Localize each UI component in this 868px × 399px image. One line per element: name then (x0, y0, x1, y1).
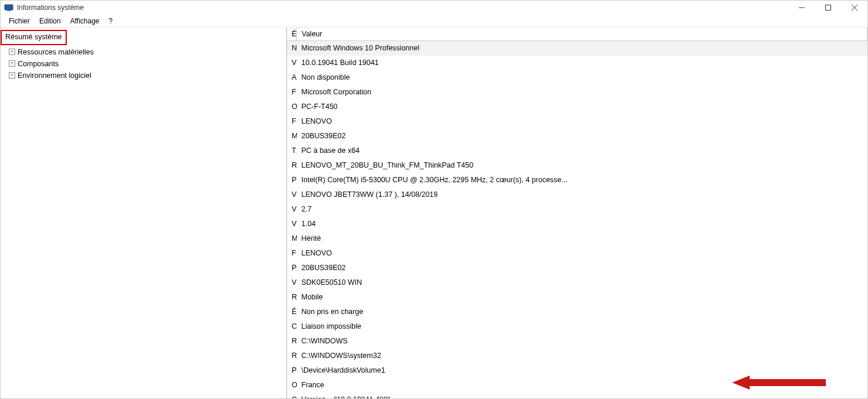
tree-node-hardware-resources[interactable]: + Ressources matérielles (9, 46, 286, 58)
cell-value: Intel(R) Core(TM) i5-5300U CPU @ 2.30GHz… (297, 173, 867, 187)
cell-element: État du démarrage sécurisé (287, 305, 297, 319)
tree-node-label: Environnement logiciel (18, 70, 91, 81)
cell-element: Type (287, 144, 297, 158)
plus-icon[interactable]: + (9, 49, 15, 55)
cell-element: Version de la carte de base (287, 275, 297, 290)
table-row[interactable]: Nom du système d'exploitationMicrosoft W… (287, 40, 867, 56)
table-row[interactable]: Fabricant du système d'exploit...Microso… (287, 85, 867, 100)
cell-value: \Device\HarddiskVolume1 (297, 363, 867, 378)
titlebar: Informations système (1, 1, 867, 15)
cell-value: LENOVO (297, 246, 867, 261)
tree-children: + Ressources matérielles + Composants + … (1, 46, 286, 81)
maximize-button[interactable] (815, 1, 841, 15)
details-scroll[interactable]: Élément Valeur Nom du système d'exploita… (287, 28, 867, 398)
cell-element: Option régionale (287, 378, 297, 393)
table-row[interactable]: Référence (SKU) du systèmeLENOVO_MT_20BU… (287, 158, 867, 173)
cell-value: LENOVO (297, 114, 867, 129)
content-area: Résumé système + Ressources matérielles … (1, 28, 867, 398)
cell-value: C:\WINDOWS\system32 (297, 349, 867, 363)
cell-value: Liaison impossible (297, 319, 867, 334)
column-header-element[interactable]: Élément (287, 28, 297, 40)
column-header-value[interactable]: Valeur (297, 28, 867, 40)
cell-element: Version du contrôleur embarqué (287, 217, 297, 231)
svg-rect-0 (5, 5, 13, 10)
cell-value: SDK0E50510 WIN (297, 275, 867, 290)
cell-value: 1.04 (297, 217, 867, 231)
cell-element: Nom du système d'exploitation (287, 40, 297, 56)
table-row[interactable]: ProcesseurIntel(R) Core(TM) i5-5300U CPU… (287, 173, 867, 187)
table-row[interactable]: Produit de la carte de base20BUS39E02 (287, 261, 867, 275)
cell-element: Version du BIOS/Date (287, 187, 297, 202)
table-row[interactable]: Version de la carte de baseSDK0E50510 WI… (287, 275, 867, 290)
table-row[interactable]: Périphérique de démarrage\Device\Harddis… (287, 363, 867, 378)
cell-value: Hérité (297, 231, 867, 246)
cell-value: Non pris en charge (297, 305, 867, 319)
cell-element: Ordinateur (287, 100, 297, 114)
table-row[interactable]: Autre description du système d...Non dis… (287, 70, 867, 85)
table-row[interactable]: TypePC à base de x64 (287, 144, 867, 158)
tree-node-components[interactable]: + Composants (9, 58, 286, 70)
table-row[interactable]: Répertoire WindowsC:\WINDOWS (287, 334, 867, 349)
cell-element: Version (287, 56, 297, 70)
table-row[interactable]: Version du contrôleur embarqué1.04 (287, 217, 867, 231)
cell-value: Microsoft Corporation (297, 85, 867, 100)
close-button[interactable] (841, 1, 867, 15)
menu-edition[interactable]: Edition (35, 17, 66, 25)
tree-node-label: Composants (18, 58, 59, 70)
cell-element: Répertoire Windows (287, 334, 297, 349)
cell-element: Couche d'abstraction matérielle (287, 393, 297, 399)
cell-value: 2.7 (297, 202, 867, 217)
svg-rect-1 (7, 10, 11, 11)
cell-element: Configuration de PCR 7 (287, 319, 297, 334)
table-row[interactable]: Répertoire systèmeC:\WINDOWS\system32 (287, 349, 867, 363)
table-row[interactable]: Version du BIOS/DateLENOVO JBET73WW (1.3… (287, 187, 867, 202)
table-row[interactable]: OrdinateurPC-F-T450 (287, 100, 867, 114)
window-controls (788, 1, 867, 15)
minimize-button[interactable] (788, 1, 815, 15)
cell-value: LENOVO JBET73WW (1.37 ), 14/08/2019 (297, 187, 867, 202)
cell-value: 10.0.19041 Build 19041 (297, 56, 867, 70)
table-row[interactable]: Modèle20BUS39E02 (287, 129, 867, 144)
cell-element: Mode BIOS (287, 231, 297, 246)
cell-value: France (297, 378, 867, 393)
cell-value: LENOVO_MT_20BU_BU_Think_FM_ThinkPad T450 (297, 158, 867, 173)
table-row[interactable]: Rôle de la plateformeMobile (287, 290, 867, 305)
cell-value: PC à base de x64 (297, 144, 867, 158)
cell-value: 20BUS39E02 (297, 261, 867, 275)
cell-value: 20BUS39E02 (297, 129, 867, 144)
cell-value: C:\WINDOWS (297, 334, 867, 349)
cell-element: Fabricant (287, 114, 297, 129)
titlebar-left: Informations système (4, 3, 84, 12)
tree-root-system-summary[interactable]: Résumé système (1, 30, 67, 45)
cell-value: PC-F-T450 (297, 100, 867, 114)
table-row[interactable]: État du démarrage sécuriséNon pris en ch… (287, 305, 867, 319)
table-row[interactable]: Version10.0.19041 Build 19041 (287, 56, 867, 70)
table-row[interactable]: Mode BIOSHérité (287, 231, 867, 246)
cell-element: Répertoire système (287, 349, 297, 363)
cell-value: Version = "10.0.19041.488" (297, 393, 867, 399)
menu-fichier[interactable]: Fichier (4, 17, 35, 25)
cell-element: Périphérique de démarrage (287, 363, 297, 378)
menu-help[interactable]: ? (104, 17, 118, 25)
cell-value: Microsoft Windows 10 Professionnel (297, 40, 867, 56)
app-icon (4, 3, 13, 12)
cell-value: Non disponible (297, 70, 867, 85)
window-title: Informations système (17, 4, 84, 12)
window: Informations système Fichier Edition Aff… (0, 0, 868, 399)
table-row[interactable]: Configuration de PCR 7Liaison impossible (287, 319, 867, 334)
tree-node-label: Ressources matérielles (18, 46, 94, 58)
table-row[interactable]: Option régionaleFrance (287, 378, 867, 393)
cell-value: Mobile (297, 290, 867, 305)
menu-affichage[interactable]: Affichage (66, 17, 104, 25)
cell-element: Processeur (287, 173, 297, 187)
details-table: Élément Valeur Nom du système d'exploita… (287, 28, 867, 398)
table-row[interactable]: Version SMBIOS2.7 (287, 202, 867, 217)
tree-panel[interactable]: Résumé système + Ressources matérielles … (1, 28, 287, 398)
plus-icon[interactable]: + (9, 72, 15, 79)
table-row[interactable]: Fabricant de la carte de baseLENOVO (287, 246, 867, 261)
cell-element: Autre description du système d... (287, 70, 297, 85)
table-row[interactable]: FabricantLENOVO (287, 114, 867, 129)
tree-node-software-environment[interactable]: + Environnement logiciel (9, 70, 286, 81)
table-row[interactable]: Couche d'abstraction matérielleVersion =… (287, 393, 867, 399)
plus-icon[interactable]: + (9, 60, 15, 67)
